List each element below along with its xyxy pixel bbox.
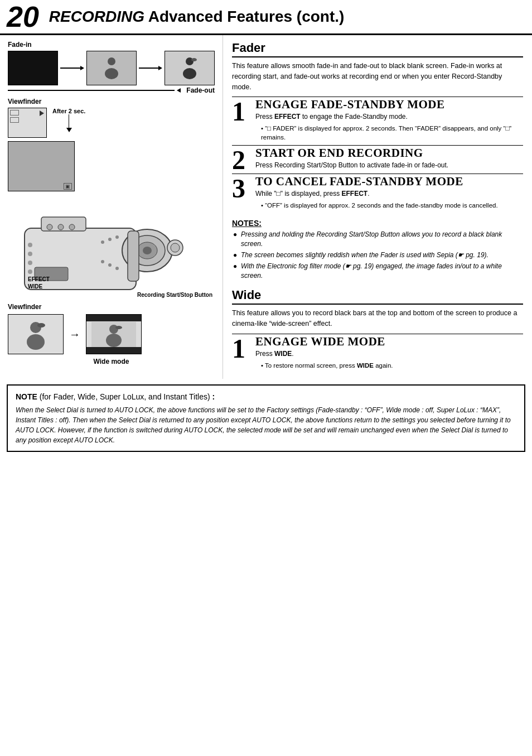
person-icon (99, 56, 124, 80)
vf-corner-indicator: ▣ (64, 183, 72, 190)
step2-desc: Press Recording Start/Stop Button to act… (255, 161, 523, 170)
svg-point-9 (143, 247, 152, 254)
wide-person-icon (13, 317, 58, 351)
thumb-mid (86, 51, 137, 85)
play-icon (40, 110, 44, 116)
note-item-2: The screen becomes slightly reddish when… (241, 251, 523, 260)
step3-block: 3 TO CANCEL FADE-STANDBY MODE While "□" … (232, 174, 523, 213)
viewfinder-label1: Viewfinder (8, 98, 215, 105)
camera-svg-icon: EFFECT WIDE (8, 195, 186, 298)
recording-button-label: Recording Start/Stop Button (137, 291, 212, 298)
fade-out-label: Fade-out (186, 86, 215, 94)
vf-small-wrap (8, 108, 47, 138)
wide-step1-number: 1 (232, 334, 253, 373)
svg-point-17 (28, 261, 32, 265)
svg-text:EFFECT: EFFECT (28, 276, 50, 282)
svg-point-33 (37, 323, 45, 328)
left-column: Fade-in (0, 35, 223, 379)
svg-rect-11 (128, 231, 139, 281)
wide-mode-row: → (8, 314, 215, 354)
viewfinder-section: After 2 sec. (8, 108, 215, 138)
svg-point-25 (108, 238, 112, 241)
svg-point-3 (183, 68, 196, 79)
svg-point-37 (115, 326, 122, 329)
step3-number: 3 (232, 174, 253, 213)
step1-note1: “□ FADER” is displayed for approx. 2 sec… (261, 124, 523, 142)
bottom-note-title: NOTE (for Fader, Wide, Super LoLux, and … (16, 391, 516, 403)
wide-mode-label: Wide mode (8, 358, 215, 365)
fade-arrow (58, 66, 86, 70)
svg-point-23 (171, 243, 180, 252)
notes-title: NOTES: (232, 219, 523, 228)
step2-content: START OR END RECORDING Press Recording S… (253, 146, 523, 174)
wide-person2-icon (91, 322, 136, 348)
svg-point-28 (108, 263, 112, 267)
wide-desc: This feature allows you to record black … (232, 308, 523, 329)
fade-arrow2 (137, 66, 165, 70)
fade-out-arrow-line (8, 90, 175, 91)
after-2sec-label: After 2 sec. (52, 108, 85, 114)
wide-title: Wide (232, 288, 523, 305)
wide-bar-top (86, 315, 141, 321)
svg-point-4 (191, 58, 197, 61)
wide-step1-note: To restore normal screen, press WIDE aga… (261, 361, 523, 370)
camera-section: EFFECT WIDE Recording Start/Stop Button (8, 195, 215, 300)
svg-point-16 (28, 252, 32, 256)
svg-point-18 (28, 269, 32, 274)
arrow-wide-icon: → (69, 328, 80, 341)
page-number: 20 (7, 2, 39, 31)
page-header: 20 RECORDING Advanced Features (cont.) (0, 0, 532, 35)
fader-desc: This feature allows smooth fade-in and f… (232, 61, 523, 92)
main-content: Fade-in (0, 35, 532, 379)
svg-point-26 (115, 235, 119, 239)
arrow-down-line (69, 114, 70, 128)
vf-large-wrap: ▣ (8, 141, 215, 191)
fade-out-row: Fade-out (8, 86, 215, 94)
step3-title: TO CANCEL FADE-STANDBY MODE (255, 175, 523, 188)
svg-point-15 (28, 243, 32, 247)
svg-point-1 (105, 68, 118, 79)
fade-in-label: Fade-in (8, 41, 215, 49)
note-item-1: Pressing and holding the Recording Start… (241, 230, 523, 249)
svg-point-32 (27, 334, 45, 350)
step3-note1: “OFF” is displayed for approx. 2 seconds… (261, 201, 523, 210)
viewfinder-label2: Viewfinder (8, 303, 215, 311)
step1-title: ENGAGE FADE-STANDBY MODE (255, 98, 523, 111)
wide-step1-content: ENGAGE WIDE MODE Press WIDE. To restore … (253, 334, 523, 373)
thumb-black (8, 51, 58, 85)
wide-step1-desc: Press WIDE. (255, 349, 523, 359)
arrow-head-right-icon (80, 66, 84, 70)
wide-bar-bottom (86, 347, 141, 354)
arrow-line2 (139, 68, 159, 69)
step3-desc: While "□" is displayed, press EFFECT. (255, 189, 523, 199)
svg-point-14 (69, 224, 75, 230)
right-column: Fader This feature allows smooth fade-in… (223, 35, 532, 379)
wide-step1-title: ENGAGE WIDE MODE (255, 335, 523, 348)
svg-point-35 (109, 325, 118, 334)
svg-point-36 (106, 334, 122, 347)
step3-content: TO CANCEL FADE-STANDBY MODE While "□" is… (253, 174, 523, 213)
note-item-3: With the Electronic fog filter mode (☛ p… (241, 262, 523, 281)
bottom-note-box: NOTE (for Fader, Wide, Super LoLux, and … (7, 384, 525, 452)
fader-title: Fader (232, 41, 523, 57)
step2-number: 2 (232, 146, 253, 174)
step1-content: ENGAGE FADE-STANDBY MODE Press EFFECT to… (253, 97, 523, 145)
notes-section: NOTES: Pressing and holding the Recordin… (232, 219, 523, 280)
svg-point-0 (108, 57, 115, 65)
svg-point-27 (101, 260, 104, 263)
after-2sec-col: After 2 sec. (52, 108, 85, 132)
wide-thumb-widemode (86, 314, 142, 354)
wide-step1-block: 1 ENGAGE WIDE MODE Press WIDE. To restor… (232, 334, 523, 373)
note-list: Pressing and holding the Recording Start… (232, 230, 523, 280)
wide-section: Wide This feature allows you to record b… (232, 288, 523, 373)
thumb-person2 (165, 51, 215, 85)
svg-point-13 (58, 224, 64, 230)
svg-text:WIDE: WIDE (28, 283, 42, 290)
arrow-down-icon (66, 128, 72, 132)
vf-inner-rect1 (10, 110, 19, 115)
step1-desc: Press EFFECT to engage the Fade-Standby … (255, 112, 523, 122)
page-title: RECORDING Advanced Features (cont.) (49, 8, 345, 26)
fade-out-arrow-head-icon (177, 88, 181, 93)
vf-inner-rect2 (10, 117, 19, 123)
wide-thumb-normal (8, 314, 64, 354)
